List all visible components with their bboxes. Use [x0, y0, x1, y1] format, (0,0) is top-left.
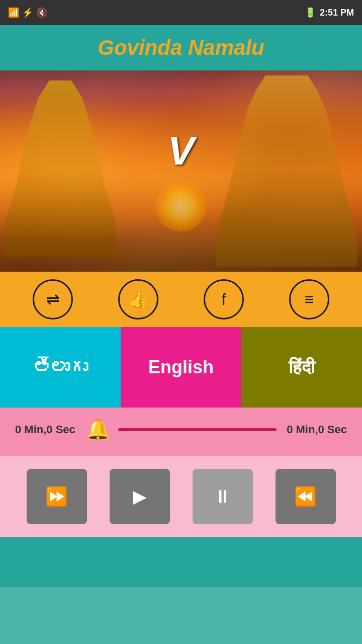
hamburger-icon: ≡ [305, 290, 314, 309]
usb-icon: ⚡ [22, 7, 33, 18]
bottom-bar [0, 537, 362, 587]
rewind-button[interactable]: ⏪ [276, 469, 336, 524]
time-end: 0 Min,0 Sec [287, 423, 347, 436]
language-tabs: తెలుగు English हिंदी [0, 327, 362, 408]
menu-button[interactable]: ≡ [289, 279, 329, 319]
action-bar: ⇌ 👍 f ≡ [0, 272, 362, 327]
clock: 2:51 PM [320, 8, 354, 18]
app-header: Govinda Namalu [0, 25, 362, 70]
signal-icon: 📶 [8, 7, 19, 18]
mic-mute-icon: 🔇 [36, 7, 47, 18]
pause-button[interactable]: ⏸ [193, 469, 253, 524]
playback-controls: ⏩ ▶ ⏸ ⏪ [0, 456, 362, 537]
status-right: 🔋 2:51 PM [305, 7, 354, 18]
status-bar: 📶 ⚡ 🔇 🔋 2:51 PM [0, 0, 362, 25]
progress-bar[interactable] [118, 428, 277, 431]
english-tab[interactable]: English [121, 327, 241, 408]
status-left: 📶 ⚡ 🔇 [8, 7, 47, 18]
telugu-tab[interactable]: తెలుగు [0, 327, 121, 408]
play-icon: ▶ [133, 486, 147, 507]
time-row: 0 Min,0 Sec 🔔 0 Min,0 Sec [15, 418, 347, 441]
like-button[interactable]: 👍 [118, 279, 158, 319]
fast-forward-icon: ⏩ [45, 486, 68, 507]
rewind-icon: ⏪ [294, 486, 317, 507]
slider-container: 🔔 [85, 418, 277, 441]
app-title: Govinda Namalu [98, 36, 264, 60]
pause-icon: ⏸ [214, 486, 232, 507]
facebook-icon: f [222, 290, 226, 309]
bell-icon: 🔔 [85, 418, 111, 441]
v-symbol: V [167, 128, 194, 174]
share-button[interactable]: ⇌ [33, 279, 73, 319]
fast-forward-button[interactable]: ⏩ [27, 469, 87, 524]
battery-icon: 🔋 [305, 7, 316, 18]
facebook-button[interactable]: f [204, 279, 244, 319]
share-icon: ⇌ [46, 290, 60, 309]
play-button[interactable]: ▶ [110, 469, 170, 524]
audio-section: 0 Min,0 Sec 🔔 0 Min,0 Sec [0, 408, 362, 456]
hindi-tab[interactable]: हिंदी [241, 327, 362, 408]
hero-image: V [0, 70, 362, 272]
time-start: 0 Min,0 Sec [15, 423, 75, 436]
thumbs-up-icon: 👍 [128, 290, 148, 309]
